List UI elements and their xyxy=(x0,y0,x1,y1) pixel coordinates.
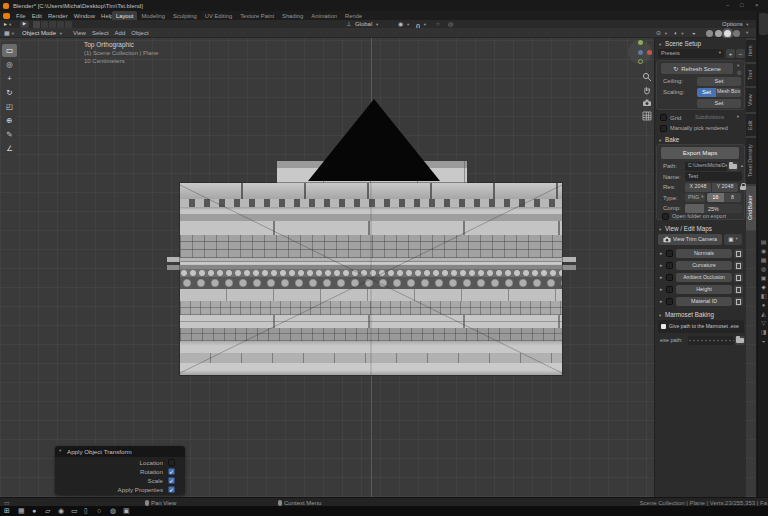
open-folder-checkbox[interactable] xyxy=(662,213,669,220)
expand-icon[interactable]: ▸ xyxy=(660,299,663,304)
transform-orientation-dropdown[interactable]: ⊥ Global ▾ xyxy=(346,21,378,28)
properties-tab-icon[interactable]: ▽ xyxy=(761,320,766,326)
menu-add[interactable]: Add xyxy=(112,30,129,36)
taskbar-app-icon[interactable]: ◉ xyxy=(58,507,64,514)
properties-tab-icon[interactable]: ● xyxy=(762,302,766,308)
ceiling-set-button[interactable]: Set xyxy=(697,77,741,86)
map-material-id-button[interactable]: Material ID xyxy=(676,297,732,306)
move-icon[interactable]: + xyxy=(2,72,17,85)
view-trim-camera-button[interactable]: View Trim Camera xyxy=(658,234,722,245)
close-icon[interactable]: × xyxy=(755,2,759,8)
taskbar-app-icon[interactable]: ▭ xyxy=(71,507,78,514)
menu-file[interactable]: File xyxy=(13,13,29,19)
expand-icon[interactable]: ▸ xyxy=(660,275,663,280)
compression-slider[interactable]: 25% xyxy=(685,204,742,213)
snap-dropdown[interactable]: U ▾ xyxy=(416,21,426,28)
map-checkbox[interactable] xyxy=(666,298,673,305)
path-up-icon[interactable]: ▲ xyxy=(740,164,744,168)
bit-depth-16-button[interactable]: 16 xyxy=(707,193,724,202)
navigation-gizmo[interactable] xyxy=(628,40,652,64)
bit-depth-8-button[interactable]: 8 xyxy=(724,193,741,202)
taskbar-app-icon[interactable]: ○ xyxy=(97,507,101,514)
taskbar-app-icon[interactable]: ▱ xyxy=(45,507,50,514)
shading-material-button[interactable] xyxy=(724,30,731,37)
active-tool-icon[interactable]: ▸▾ xyxy=(4,21,11,28)
taskbar-app-icon[interactable]: ▣ xyxy=(123,507,130,514)
manual-pick-checkbox[interactable] xyxy=(660,125,667,132)
view-edit-maps-header[interactable]: ▾ View / Edit Maps xyxy=(659,226,712,233)
box-select-icon[interactable]: ▭ xyxy=(2,44,17,57)
map-normals-button[interactable]: Normals xyxy=(676,249,732,258)
camera-view-icon[interactable] xyxy=(642,94,652,104)
tool-option-button[interactable] xyxy=(41,21,48,28)
pyramid-object[interactable] xyxy=(308,99,440,181)
shading-dropdown-chevron-icon[interactable]: ▾ xyxy=(746,31,748,36)
res-y-field[interactable]: Y 2048 xyxy=(712,183,738,192)
rotate-icon[interactable]: ↻ xyxy=(2,86,17,99)
taskbar-app-icon[interactable]: ▯ xyxy=(84,507,88,514)
editor-type-icon[interactable]: ▦▾ xyxy=(4,30,14,37)
chevron-down-icon[interactable]: ▾ xyxy=(737,64,739,69)
mode-dropdown[interactable]: Object Mode ▾ xyxy=(22,30,62,37)
properties-tab-icon[interactable]: ▤ xyxy=(761,239,767,245)
taskbar-app-icon[interactable]: ◍ xyxy=(110,507,116,514)
location-checkbox[interactable] xyxy=(168,459,175,466)
shading-wireframe-button[interactable] xyxy=(706,30,713,37)
menu-edit[interactable]: Edit xyxy=(29,13,45,19)
map-curvature-button[interactable]: Curvature xyxy=(676,261,732,270)
apply-properties-checkbox[interactable]: ✓ xyxy=(168,486,175,493)
exe-path-field[interactable] xyxy=(688,336,734,345)
taskbar-app-icon[interactable]: ● xyxy=(32,507,36,514)
marmoset-header[interactable]: ▾ Marmoset Baking xyxy=(659,312,714,319)
annotate-icon[interactable]: ✎ xyxy=(2,128,17,141)
scale-checkbox[interactable]: ✓ xyxy=(168,477,175,484)
proportional-edit-icon[interactable]: ○ xyxy=(436,21,440,27)
export-maps-button[interactable]: Export Maps xyxy=(661,147,739,159)
grid-ortho-icon[interactable] xyxy=(642,107,652,117)
redo-panel-header[interactable]: ▾ Apply Object Transform xyxy=(55,446,185,457)
properties-tab-icon[interactable]: ▦ xyxy=(761,257,767,263)
overlays-dropdown[interactable]: ◐ ▾ xyxy=(674,30,684,37)
expand-icon[interactable]: ▸ xyxy=(660,287,663,292)
map-checkbox[interactable] xyxy=(666,274,673,281)
rotation-checkbox[interactable]: ✓ xyxy=(168,468,175,475)
preset-add-button[interactable]: + xyxy=(726,49,735,58)
measure-icon[interactable]: ∠ xyxy=(2,142,17,155)
properties-tab-icon[interactable]: ◭ xyxy=(761,311,766,317)
map-checkbox[interactable] xyxy=(666,262,673,269)
sidebar-tab-tool[interactable]: Tool xyxy=(746,64,756,86)
properties-tab-icon[interactable]: ◈ xyxy=(761,284,766,290)
sidebar-tab-gridbaker[interactable]: GridBaker xyxy=(746,186,756,230)
scale-icon[interactable]: ◰ xyxy=(2,100,17,113)
eye-icon[interactable]: ◎ xyxy=(737,70,741,75)
gizmo-dropdown[interactable]: ⊙ ▾ xyxy=(656,30,667,37)
properties-tab-icon[interactable]: ◨ xyxy=(761,329,767,335)
properties-tab-icon[interactable]: ◧ xyxy=(761,293,767,299)
options-dropdown[interactable]: Options ▾ xyxy=(722,21,749,28)
sidebar-tab-item[interactable]: Item xyxy=(746,40,756,62)
map-height-button[interactable]: Height xyxy=(676,285,732,294)
menu-view[interactable]: View xyxy=(70,30,89,36)
map-preview-dropdown[interactable]: ▣ ▾ xyxy=(724,234,742,245)
map-export-button[interactable] xyxy=(734,273,743,282)
properties-tab-icon[interactable]: ◉ xyxy=(761,248,766,254)
menu-select[interactable]: Select xyxy=(89,30,112,36)
map-export-button[interactable] xyxy=(734,249,743,258)
hand-pan-icon[interactable] xyxy=(642,81,652,91)
xray-toggle-icon[interactable]: ◒ xyxy=(692,30,696,36)
menu-render[interactable]: Render xyxy=(45,13,71,19)
exe-folder-button[interactable] xyxy=(735,336,745,345)
tool-option-button[interactable] xyxy=(57,21,64,28)
snap-target-icon[interactable]: ◎ xyxy=(448,21,453,27)
expand-icon[interactable]: ▸ xyxy=(660,251,663,256)
expand-icon[interactable]: ▸ xyxy=(660,263,663,268)
tool-option-button[interactable] xyxy=(49,21,56,28)
map-export-button[interactable] xyxy=(734,285,743,294)
sidebar-tab-view[interactable]: View xyxy=(746,88,756,112)
grid-checkbox[interactable] xyxy=(660,114,667,121)
tool-option-button[interactable] xyxy=(33,21,40,28)
map-export-button[interactable] xyxy=(734,261,743,270)
bake-header[interactable]: ▾ Bake xyxy=(659,137,679,144)
properties-tab-icon[interactable]: ▣ xyxy=(761,275,767,281)
pivot-point-dropdown[interactable]: ◉ ▾ xyxy=(398,21,409,28)
